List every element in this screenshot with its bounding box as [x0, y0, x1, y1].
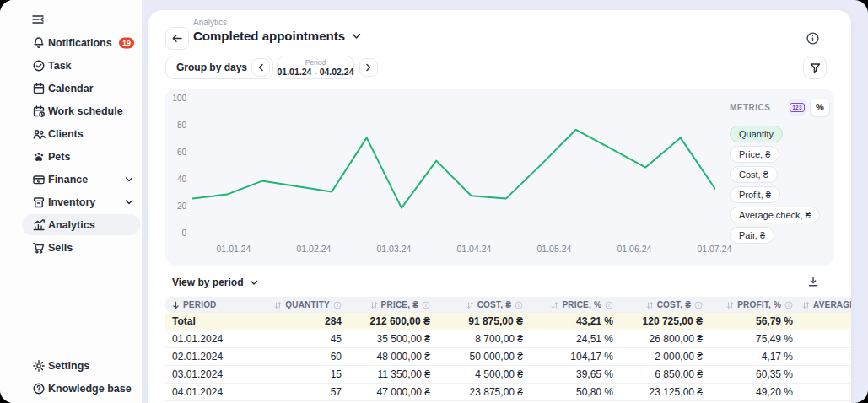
- table-header-cell[interactable]: AVERAGE C: [799, 300, 851, 309]
- table-row[interactable]: 03.01.20241511 350,00 ₴4 500,00 ₴39,65 %…: [165, 366, 851, 384]
- x-axis-tick: 01.01.24: [217, 244, 251, 254]
- download-icon[interactable]: [807, 276, 819, 287]
- y-axis-tick: 20: [164, 202, 186, 211]
- metric-pill-price[interactable]: Price, ₴: [730, 146, 779, 163]
- metrics-number-toggle[interactable]: 123: [788, 99, 806, 116]
- metric-pill-profit[interactable]: Profit, ₴: [730, 186, 780, 203]
- column-label: COST, ₴: [657, 300, 691, 309]
- x-axis-tick: 01.07.24: [697, 244, 731, 254]
- sidebar-item-label: Analytics: [48, 219, 95, 231]
- metrics-legend: METRICS 123 % Quantity Price, ₴ Cost, ₴ …: [730, 99, 829, 247]
- y-axis-tick: 100: [164, 94, 186, 103]
- sidebar-item-label: Knowledge base: [48, 383, 132, 395]
- period-selector[interactable]: Period 01.01.24 - 04.02.24: [277, 56, 354, 79]
- wallet-icon: [32, 173, 46, 186]
- chart-x-axis: 01.01.2401.02.2401.03.2401.04.2401.05.24…: [192, 244, 715, 255]
- period-next-button[interactable]: [359, 58, 378, 77]
- column-label: QUANTITY: [285, 300, 330, 309]
- sidebar-item-label: Clients: [48, 128, 84, 140]
- sidebar-item-label: Inventory: [48, 196, 95, 208]
- table-cell: 23 125,00 ₴: [619, 386, 709, 398]
- sidebar-item-work-schedule[interactable]: Work schedule: [0, 99, 142, 122]
- table-cell: 47 000,00 ₴: [348, 386, 436, 398]
- metrics-percent-toggle[interactable]: %: [811, 99, 829, 116]
- table-row[interactable]: 01.01.20244535 500,00 ₴8 700,00 ₴24,51 %…: [165, 330, 851, 348]
- collapse-sidebar-icon[interactable]: [30, 12, 46, 27]
- chevron-right-icon: [365, 63, 372, 72]
- period-value: 01.01.24 - 04.02.24: [277, 67, 353, 77]
- table-cell: 50 000,00 ₴: [436, 351, 529, 363]
- sidebar-item-label: Sells: [48, 242, 73, 254]
- table-cell: 4 500,00 ₴: [436, 368, 529, 380]
- x-axis-tick: 01.03.24: [377, 244, 412, 254]
- table-cell: 04.01.2024: [165, 386, 292, 398]
- table-cell: 57: [292, 386, 348, 398]
- notifications-badge: 19: [119, 37, 134, 48]
- table-row[interactable]: 02.01.20246048 000,00 ₴50 000,00 ₴104,17…: [165, 348, 851, 366]
- column-label: PRICE, ₴: [381, 300, 418, 309]
- table-header-cell[interactable]: PROFIT, %: [709, 300, 799, 309]
- sidebar-item-finance[interactable]: Finance: [0, 168, 142, 191]
- calendar-icon: [32, 82, 46, 95]
- period-prev-button[interactable]: [251, 58, 270, 77]
- sidebar-item-knowledge-base[interactable]: Knowledge base: [0, 377, 142, 400]
- sidebar-item-inventory[interactable]: Inventory: [0, 191, 142, 213]
- 123-icon: 123: [790, 103, 804, 112]
- table-cell: 23 875,00 ₴: [436, 386, 529, 398]
- gridline: [194, 234, 726, 234]
- table-row[interactable]: 04.01.20245747 000,00 ₴23 875,00 ₴50,80 …: [165, 384, 851, 401]
- sidebar-item-pets[interactable]: Pets: [0, 145, 142, 168]
- paw-icon: [32, 150, 46, 164]
- breadcrumb: Analytics: [193, 18, 227, 27]
- column-label: PERIOD: [183, 300, 217, 309]
- sidebar-item-label: Settings: [48, 360, 89, 372]
- metric-pill-quantity[interactable]: Quantity: [730, 126, 783, 142]
- sidebar-item-notifications[interactable]: Notifications 19: [0, 31, 142, 54]
- metric-pill-average-check[interactable]: Average check, ₴: [730, 207, 820, 223]
- x-axis-tick: 01.06.24: [617, 244, 651, 254]
- table-cell: 26 800,00 ₴: [619, 333, 709, 345]
- shopping-cart-icon: [32, 241, 46, 255]
- back-button[interactable]: [165, 27, 189, 50]
- metrics-title: METRICS: [730, 103, 771, 112]
- table-cell: 60: [292, 351, 348, 363]
- view-by-period-dropdown[interactable]: View by period: [172, 277, 258, 288]
- table-header-cell[interactable]: PRICE, %: [529, 300, 619, 309]
- table-cell: 120 725,00 ₴: [619, 315, 709, 327]
- table-cell: 50,80 %: [529, 386, 619, 398]
- column-label: PRICE, %: [562, 300, 601, 309]
- sidebar-item-clients[interactable]: Clients: [0, 122, 142, 145]
- sidebar-item-settings[interactable]: Settings: [0, 354, 142, 377]
- people-icon: [32, 127, 46, 141]
- table-cell: 56,79 %: [709, 315, 799, 327]
- info-icon[interactable]: [806, 31, 820, 46]
- table-header-cell[interactable]: PERIOD: [165, 300, 292, 309]
- view-by-label: View by period: [172, 277, 243, 288]
- table-total-row[interactable]: Total284212 600,00 ₴91 875,00 ₴43,21 %12…: [165, 313, 851, 330]
- table-cell: 49,20 %: [709, 386, 799, 398]
- sidebar-item-calendar[interactable]: Calendar: [0, 77, 142, 99]
- sidebar-item-task[interactable]: Task: [0, 54, 142, 77]
- table-cell: 104,17 %: [529, 351, 619, 363]
- chevron-down-icon: [125, 176, 133, 182]
- table-header-cell[interactable]: COST, ₴: [436, 300, 529, 309]
- table-header-cell[interactable]: PRICE, ₴: [348, 300, 436, 309]
- table-cell: 03.01.2024: [165, 368, 292, 380]
- table-cell: 24,51 %: [529, 333, 619, 345]
- page-title[interactable]: Completed appointments: [193, 29, 361, 43]
- sidebar-item-analytics[interactable]: Analytics: [0, 213, 142, 236]
- filter-button[interactable]: [803, 56, 827, 79]
- table-header-cell[interactable]: COST, ₴: [619, 300, 709, 309]
- sidebar-item-sells[interactable]: Sells: [0, 236, 142, 259]
- column-label: PROFIT, %: [737, 300, 781, 309]
- table-cell: -4,17 %: [709, 351, 799, 363]
- sidebar-item-label: Pets: [48, 151, 70, 163]
- sidebar-item-label: Finance: [48, 174, 88, 185]
- table-header-cell[interactable]: QUANTITY: [292, 300, 348, 309]
- metric-pill-pair[interactable]: Pair, ₴: [730, 227, 774, 244]
- table-cell: 45: [292, 333, 348, 345]
- chevron-down-icon: [250, 280, 258, 286]
- metric-pill-cost[interactable]: Cost, ₴: [730, 166, 778, 183]
- period-label: Period: [305, 58, 326, 67]
- sidebar-item-label: Notifications: [48, 37, 112, 49]
